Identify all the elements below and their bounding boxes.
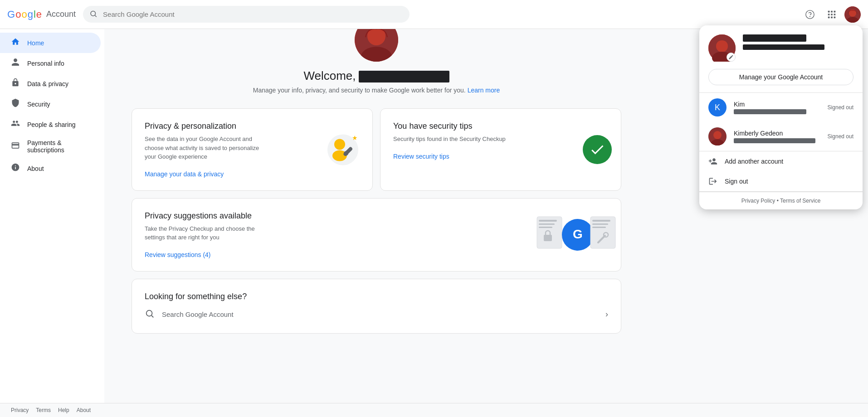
svg-line-39 xyxy=(151,315,153,317)
search-row[interactable]: Search Google Account › xyxy=(145,309,608,320)
svg-point-0 xyxy=(91,11,96,16)
welcome-text: Welcome, xyxy=(303,69,449,83)
footer-dot: • xyxy=(777,198,779,204)
security-card-desc: Security tips found in the Security Chec… xyxy=(393,135,520,144)
svg-rect-8 xyxy=(831,14,833,15)
google-account-logo[interactable]: Google Account xyxy=(7,9,76,20)
account-item-kimberly[interactable]: Kimberly Gedeon Signed out xyxy=(699,122,863,151)
sidebar-item-about[interactable]: About xyxy=(0,158,101,179)
svg-rect-34 xyxy=(592,223,608,225)
search-row-icon xyxy=(145,309,155,320)
kimberly-email-redacted xyxy=(734,138,815,143)
user-avatar-button[interactable] xyxy=(844,6,861,23)
svg-rect-7 xyxy=(828,14,830,15)
people-sharing-icon xyxy=(11,119,20,130)
add-account-action[interactable]: Add another account xyxy=(699,151,863,171)
looking-title: Looking for something else? xyxy=(145,292,608,301)
learn-more-link[interactable]: Learn more xyxy=(468,87,500,94)
sign-out-action[interactable]: Sign out xyxy=(699,171,863,191)
suggestions-illustration: G xyxy=(530,199,621,271)
svg-rect-12 xyxy=(834,16,836,18)
payments-icon xyxy=(11,141,20,152)
kim-signed-out-badge: Signed out xyxy=(828,104,853,111)
privacy-card-title: Privacy & personalization xyxy=(145,121,360,131)
suggestions-link[interactable]: Review suggestions (4) xyxy=(145,251,211,258)
search-input[interactable] xyxy=(83,6,410,23)
personal-info-icon xyxy=(11,58,20,69)
logo-g-blue: G xyxy=(7,9,15,20)
search-icon xyxy=(89,10,98,19)
logo-account-text: Account xyxy=(46,10,76,19)
sidebar-item-personal-info[interactable]: Personal info xyxy=(0,53,101,73)
sidebar-item-about-label: About xyxy=(27,165,44,172)
looking-card: Looking for something else? Search Googl… xyxy=(132,279,621,334)
sidebar-item-home[interactable]: Home xyxy=(0,33,101,53)
avatar-edit-badge xyxy=(727,53,736,62)
logo-e-red: e xyxy=(36,9,42,20)
svg-rect-6 xyxy=(834,10,836,12)
dropdown-primary-name-redacted xyxy=(743,34,806,42)
dropdown-primary-avatar xyxy=(708,34,736,62)
svg-point-3 xyxy=(810,16,810,17)
top-cards-row: Privacy & personalization See the data i… xyxy=(132,108,621,191)
sidebar-item-people-sharing[interactable]: People & sharing xyxy=(0,114,101,135)
svg-point-23 xyxy=(344,151,348,155)
welcome-name-redacted xyxy=(359,71,449,82)
svg-rect-4 xyxy=(828,10,830,12)
security-card-link[interactable]: Review security tips xyxy=(393,153,449,160)
add-account-label: Add another account xyxy=(725,158,783,165)
svg-text:★: ★ xyxy=(352,134,358,141)
sidebar: Home Personal info Data & privacy Securi… xyxy=(0,29,104,359)
privacy-card-link[interactable]: Manage your data & privacy xyxy=(145,170,224,178)
search-row-text: Search Google Account xyxy=(162,310,598,318)
svg-rect-29 xyxy=(544,235,552,241)
logo-l-green: l xyxy=(34,9,36,20)
svg-point-2 xyxy=(806,10,814,18)
kim-name: Kim xyxy=(734,101,820,108)
security-icon xyxy=(11,98,20,110)
svg-text:G: G xyxy=(573,227,583,241)
svg-rect-5 xyxy=(831,10,833,12)
help-button[interactable] xyxy=(801,5,819,24)
dropdown-name-area xyxy=(743,34,853,50)
kimberly-avatar xyxy=(708,127,727,145)
svg-rect-10 xyxy=(828,16,830,18)
terms-of-service-link[interactable]: Terms of Service xyxy=(780,198,820,204)
search-bar xyxy=(83,6,410,23)
sidebar-item-data-privacy[interactable]: Data & privacy xyxy=(0,73,101,94)
privacy-card: Privacy & personalization See the data i… xyxy=(132,108,373,191)
sidebar-item-security[interactable]: Security xyxy=(0,94,101,114)
privacy-policy-link[interactable]: Privacy Policy xyxy=(741,198,775,204)
sidebar-item-payments-label: Payments & subscriptions xyxy=(27,139,90,154)
logo-o-yellow: o xyxy=(21,9,27,20)
logo-g-blue2: g xyxy=(28,9,33,20)
account-item-kim[interactable]: K Kim Signed out xyxy=(699,93,863,122)
svg-rect-26 xyxy=(539,220,557,222)
svg-rect-27 xyxy=(539,223,555,225)
sidebar-item-security-label: Security xyxy=(27,101,50,108)
sign-out-icon xyxy=(708,177,717,186)
apps-button[interactable] xyxy=(823,5,841,24)
privacy-suggestions-card: Privacy suggestions available Take the P… xyxy=(132,198,621,272)
kimberly-signed-out-badge: Signed out xyxy=(828,133,853,140)
dropdown-header xyxy=(699,25,863,69)
manage-account-button[interactable]: Manage your Google Account xyxy=(708,69,853,85)
sidebar-item-people-sharing-label: People & sharing xyxy=(27,121,76,128)
header-actions xyxy=(801,5,861,24)
privacy-card-icon-area: ★ xyxy=(322,131,363,168)
privacy-card-desc: See the data in your Google Account and … xyxy=(145,135,272,161)
dropdown-footer: Privacy Policy • Terms of Service xyxy=(699,192,863,209)
svg-point-44 xyxy=(713,131,722,139)
suggestions-desc: Take the Privacy Checkup and choose the … xyxy=(145,224,272,242)
dropdown-primary-email-redacted xyxy=(743,44,824,50)
svg-point-38 xyxy=(146,310,152,316)
kim-info: Kim xyxy=(734,101,820,114)
search-chevron-icon: › xyxy=(605,310,608,319)
security-card-title: You have security tips xyxy=(393,121,608,131)
kimberly-info: Kimberly Gedeon xyxy=(734,130,820,143)
sidebar-item-payments[interactable]: Payments & subscriptions xyxy=(0,135,101,158)
svg-rect-11 xyxy=(831,16,833,18)
svg-rect-9 xyxy=(834,14,836,15)
welcome-prefix: Welcome, xyxy=(303,69,356,82)
svg-rect-28 xyxy=(539,227,552,228)
